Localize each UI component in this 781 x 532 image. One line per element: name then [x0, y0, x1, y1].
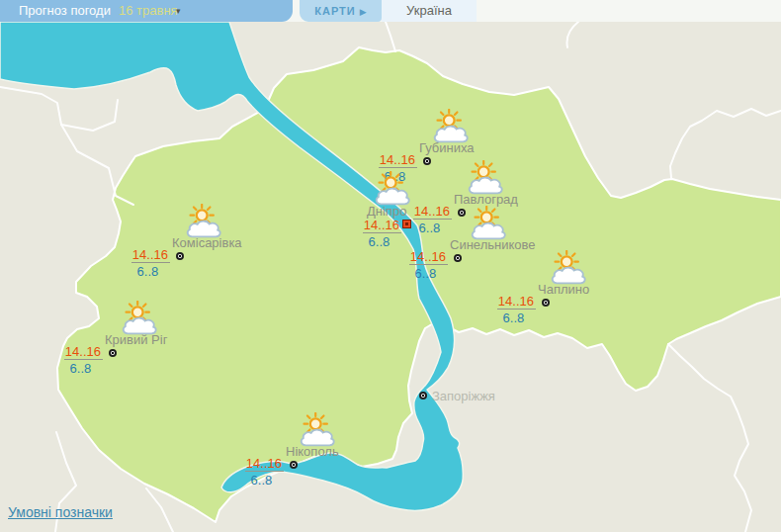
day-temperature: 14..16 [64, 344, 103, 360]
tab-maps[interactable]: КАРТИ ▶ [300, 0, 382, 22]
city-chaplyne: Чаплино 14..166..8 [542, 299, 550, 307]
night-temperature: 6..8 [413, 221, 446, 235]
city-synelnykove: Синельникове 14..166..8 [454, 254, 462, 262]
night-temperature: 6..8 [363, 234, 395, 249]
city-hubynykha: Губиниха 14..166..8 [423, 157, 431, 165]
city-label[interactable]: Губиниха [419, 140, 475, 155]
city-kryvyi-rih: Кривий Ріг 14..166..8 [109, 349, 117, 357]
temperature-block: 14..166..8 [245, 456, 284, 488]
temperature-block: 14..166..8 [497, 294, 536, 325]
page-title: Прогноз погоди [19, 0, 111, 22]
city-marker-icon[interactable] [423, 157, 431, 165]
city-komisarivka: Комісарівка 14..166..8 [176, 252, 184, 260]
weather-sun-cloud-icon[interactable] [431, 109, 471, 144]
day-temperature: 14..16 [131, 247, 170, 263]
day-temperature: 14..16 [245, 456, 284, 472]
weather-sun-cloud-icon[interactable] [184, 204, 223, 239]
city-label[interactable]: Кривий Ріг [105, 332, 167, 347]
regional-center-marker-icon[interactable] [402, 220, 411, 228]
date-caret-icon[interactable]: ▾ [176, 0, 181, 22]
night-temperature: 6..8 [409, 266, 442, 281]
city-label[interactable]: Синельникове [450, 237, 535, 252]
night-temperature: 6..8 [64, 361, 97, 376]
city-label[interactable]: Дніпро [367, 204, 406, 219]
day-temperature: 14..16 [497, 294, 536, 310]
city-marker-icon[interactable] [454, 254, 462, 262]
weather-sun-cloud-icon[interactable] [373, 171, 412, 207]
city-label[interactable]: Нікополь [286, 444, 339, 459]
weather-sun-cloud-icon[interactable] [549, 250, 588, 286]
tab-maps-arrow-icon: ▶ [360, 7, 367, 17]
day-temperature: 14..16 [379, 152, 417, 168]
city-nikopol: Нікополь 14..166..8 [290, 461, 298, 469]
night-temperature: 6..8 [131, 264, 164, 279]
tab-maps-label: КАРТИ [314, 5, 355, 17]
city-label[interactable]: Павлоград [454, 192, 518, 207]
city-marker-icon[interactable] [290, 461, 298, 469]
city-marker-icon[interactable] [458, 209, 466, 217]
day-temperature: 14..16 [409, 249, 448, 265]
city-pavlohrad: Павлоград 14..166..8 [458, 209, 466, 217]
header-bar: Прогноз погоди 16 травня ▾ КАРТИ ▶ Украї… [0, 0, 781, 22]
weather-sun-cloud-icon[interactable] [469, 206, 508, 241]
day-temperature: 14..16 [413, 204, 452, 220]
city-zaporizhzhia: Запоріжжя [419, 392, 427, 399]
city-marker-icon[interactable] [176, 252, 184, 260]
temperature-block: 14..166..8 [409, 249, 448, 281]
tab-ukraine[interactable]: Україна [382, 0, 477, 22]
weather-sun-cloud-icon[interactable] [466, 160, 505, 196]
temperature-block: 14..166..8 [64, 344, 103, 376]
weather-sun-cloud-icon[interactable] [120, 301, 159, 336]
city-marker-icon[interactable] [542, 299, 550, 307]
legend-link[interactable]: Умовні позначки [8, 504, 113, 520]
city-marker-icon[interactable] [419, 392, 427, 399]
day-temperature: 14..16 [363, 218, 401, 233]
temperature-block: 14..166..8 [363, 218, 401, 249]
city-label[interactable]: Запоріжжя [432, 389, 495, 403]
city-marker-icon[interactable] [109, 349, 117, 357]
night-temperature: 6..8 [497, 310, 530, 325]
map-canvas [0, 0, 781, 532]
weather-map-app: Прогноз погоди 16 травня ▾ КАРТИ ▶ Украї… [0, 0, 781, 532]
city-dnipro: Дніпро 14..166..8 [402, 220, 411, 228]
temperature-block: 14..166..8 [131, 247, 170, 279]
city-label[interactable]: Чаплино [538, 282, 589, 297]
tab-ukraine-label: Україна [406, 3, 452, 18]
weather-sun-cloud-icon[interactable] [298, 412, 337, 448]
date-selector[interactable]: 16 травня [119, 0, 178, 22]
night-temperature: 6..8 [245, 473, 278, 488]
temperature-block: 14..166..8 [413, 204, 452, 235]
city-label[interactable]: Комісарівка [172, 235, 242, 250]
